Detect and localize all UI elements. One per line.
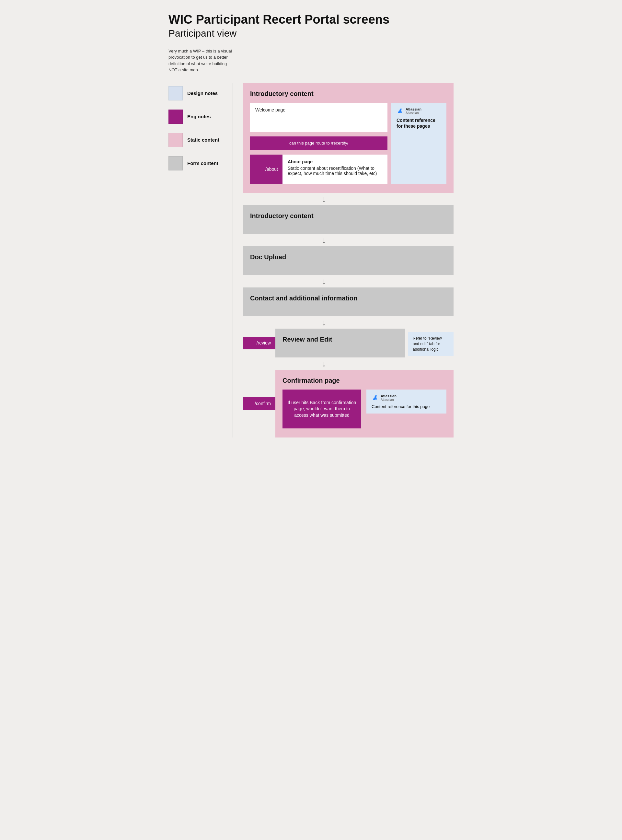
atlassian-header-confirm: Atlassian Atlassian — [372, 394, 441, 402]
eng-notes-swatch — [168, 110, 183, 124]
about-page-box: About page Static content about recertif… — [282, 154, 387, 184]
introductory-top-title: Introductory content — [250, 90, 447, 98]
arrow-5: ↓ — [275, 359, 372, 368]
confirmation-inner: If user hits Back from confirmation page… — [282, 389, 447, 428]
arrow-1: ↓ — [275, 195, 372, 203]
form-content-swatch — [168, 156, 183, 171]
page-subtitle: Participant view — [168, 28, 454, 39]
atlassian-logo-confirm-icon — [372, 394, 379, 401]
confirmation-block: /confirm Confirmation page If user hits … — [243, 370, 454, 437]
design-notes-swatch — [168, 86, 183, 101]
review-title: Review and Edit — [282, 336, 398, 343]
introductory-top-pink: Introductory content Welcome page can th… — [243, 83, 454, 193]
review-side-note: Refer to "Review and edit" tab for addit… — [408, 332, 454, 356]
legend-item-form: Form content — [168, 156, 226, 171]
atlassian-name-confirm: Atlassian Atlassian — [381, 394, 396, 402]
route-note-text: can this page route to /recertify/ — [289, 141, 348, 145]
section-contact: Contact and additional information — [243, 287, 454, 316]
about-route-label: /about — [250, 154, 282, 184]
flow-area: Introductory content Welcome page can th… — [243, 83, 454, 437]
back-note-box: If user hits Back from confirmation page… — [282, 389, 361, 428]
legend-item-design: Design notes — [168, 86, 226, 101]
section-introductory-top: Introductory content Welcome page can th… — [243, 83, 454, 193]
atlassian-brand-intro: Atlassian — [406, 107, 421, 111]
introductory-gray-title: Introductory content — [250, 212, 447, 220]
review-block: /review Review and Edit — [243, 328, 405, 357]
contact-section: Contact and additional information — [243, 287, 454, 316]
eng-notes-label: Eng notes — [187, 114, 211, 119]
arrow-4: ↓ — [275, 318, 372, 327]
confirm-route-label: /confirm — [243, 397, 275, 409]
form-content-label: Form content — [187, 160, 218, 166]
atlassian-box-intro: Atlassian Atlassian Content reference fo… — [391, 103, 447, 184]
review-route-row: /review Review and Edit — [243, 328, 405, 357]
introductory-top-content: Welcome page can this page route to /rec… — [250, 103, 447, 184]
back-note-text: If user hits Back from confirmation page… — [287, 400, 357, 419]
atlassian-content-title-intro: Content reference for these pages — [396, 117, 441, 129]
atlassian-header-intro: Atlassian Atlassian — [396, 107, 441, 115]
contact-block: Contact and additional information — [243, 287, 454, 316]
legend-item-eng: Eng notes — [168, 110, 226, 124]
static-content-swatch — [168, 133, 183, 147]
about-page-text: Static content about recertification (Wh… — [288, 166, 377, 176]
atlassian-content-title-confirm: Content reference for this page — [372, 404, 441, 409]
about-page-title: About page — [288, 159, 382, 164]
atlassian-box-confirm: Atlassian Atlassian Content reference fo… — [366, 389, 447, 414]
about-row: /about About page Static content about r… — [250, 154, 387, 184]
doc-upload-section: Doc Upload — [243, 246, 454, 275]
atlassian-logo-icon — [396, 107, 404, 115]
section-confirmation: /confirm Confirmation page If user hits … — [243, 370, 454, 437]
introductory-gray-section: Introductory content — [243, 205, 454, 234]
review-route-label: /review — [243, 337, 275, 349]
confirmation-section: Confirmation page If user hits Back from… — [275, 370, 454, 437]
confirmation-title: Confirmation page — [282, 377, 447, 384]
arrow-2: ↓ — [275, 236, 372, 244]
page-title: WIC Participant Recert Portal screens — [168, 13, 454, 27]
legend-item-static: Static content — [168, 133, 226, 147]
atlassian-name-intro: Atlassian Atlassian — [406, 107, 421, 115]
legend: Design notes Eng notes Static content Fo… — [168, 83, 233, 437]
route-note-box: can this page route to /recertify/ — [250, 136, 387, 150]
confirmation-route-row: /confirm Confirmation page If user hits … — [243, 370, 454, 437]
doc-upload-block: Doc Upload — [243, 246, 454, 275]
welcome-page-text: Welcome page — [255, 107, 285, 113]
welcome-page-box: Welcome page — [250, 103, 387, 132]
introductory-gray-block: Introductory content — [243, 205, 454, 234]
review-section: Review and Edit — [275, 328, 405, 357]
main-layout: Design notes Eng notes Static content Fo… — [168, 83, 454, 437]
atlassian-sub-intro: Atlassian — [406, 111, 421, 115]
introductory-top-block: Introductory content Welcome page can th… — [243, 83, 454, 193]
wip-note: Very much a WIP – this is a visual provo… — [168, 48, 240, 73]
static-content-label: Static content — [187, 137, 220, 143]
section-doc-upload: Doc Upload — [243, 246, 454, 275]
contact-title: Contact and additional information — [250, 295, 447, 302]
atlassian-brand-confirm: Atlassian — [381, 394, 396, 398]
introductory-top-inner: Welcome page can this page route to /rec… — [250, 103, 387, 184]
design-notes-label: Design notes — [187, 90, 218, 96]
arrow-3: ↓ — [275, 277, 372, 286]
doc-upload-title: Doc Upload — [250, 254, 447, 261]
section-introductory-gray: Introductory content — [243, 205, 454, 234]
atlassian-sub-confirm: Atlassian — [381, 398, 396, 402]
section-review: /review Review and Edit Refer to "Review… — [243, 328, 454, 357]
